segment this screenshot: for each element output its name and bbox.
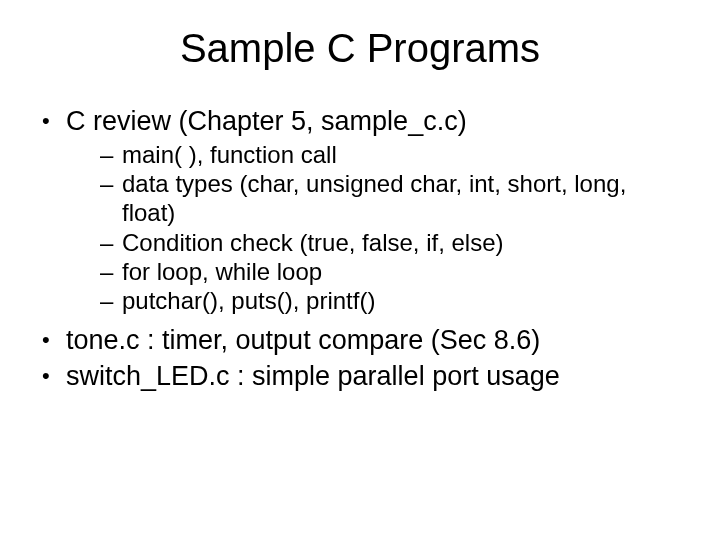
- bullet-text: switch_LED.c : simple parallel port usag…: [66, 361, 560, 391]
- sub-bullet-item: data types (char, unsigned char, int, sh…: [66, 169, 686, 228]
- bullet-text: C review (Chapter 5, sample_c.c): [66, 106, 467, 136]
- bullet-item: tone.c : timer, output compare (Sec 8.6): [34, 324, 686, 357]
- bullet-item: switch_LED.c : simple parallel port usag…: [34, 360, 686, 393]
- sub-bullet-item: Condition check (true, false, if, else): [66, 228, 686, 257]
- sub-bullet-item: for loop, while loop: [66, 257, 686, 286]
- sub-bullet-item: putchar(), puts(), printf(): [66, 286, 686, 315]
- bullet-list: C review (Chapter 5, sample_c.c) main( )…: [34, 105, 686, 393]
- sub-bullet-list: main( ), function call data types (char,…: [66, 140, 686, 316]
- bullet-item: C review (Chapter 5, sample_c.c) main( )…: [34, 105, 686, 316]
- sub-bullet-item: main( ), function call: [66, 140, 686, 169]
- slide: Sample C Programs C review (Chapter 5, s…: [0, 0, 720, 540]
- bullet-text: tone.c : timer, output compare (Sec 8.6): [66, 325, 540, 355]
- slide-title: Sample C Programs: [34, 26, 686, 71]
